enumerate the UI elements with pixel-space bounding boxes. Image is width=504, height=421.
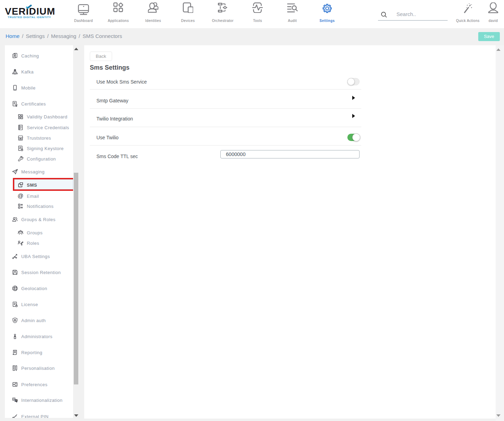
svg-text:@: @: [17, 193, 23, 199]
svg-text:A: A: [15, 400, 17, 401]
